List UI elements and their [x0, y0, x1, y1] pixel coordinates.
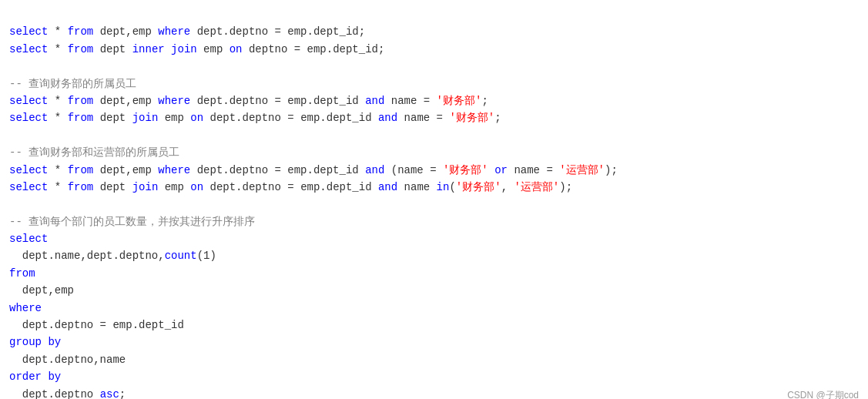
line-19: group by: [9, 336, 61, 348]
line-6: select * from dept join emp on dept.dept…: [9, 112, 501, 124]
line-14: dept.name,dept.deptno,count(1): [9, 250, 216, 262]
line-10: select * from dept join emp on dept.dept…: [9, 181, 572, 193]
line-16: dept,emp: [9, 284, 74, 297]
line-15: from: [9, 267, 35, 280]
line-12: -- 查询每个部门的员工数量，并按其进行升序排序: [9, 216, 255, 228]
line-4: -- 查询财务部的所属员工: [9, 78, 136, 90]
line-9: select * from dept,emp where dept.deptno…: [9, 164, 618, 176]
line-17: where: [9, 302, 42, 314]
line-8: -- 查询财务部和运营部的所属员工: [9, 146, 179, 159]
line-2: select * from dept inner join emp on dep…: [9, 43, 384, 55]
line-13: select: [9, 233, 48, 245]
line-5: select * from dept,emp where dept.deptno…: [9, 95, 488, 107]
line-18: dept.deptno = emp.dept_id: [9, 319, 184, 331]
line-22: dept.deptno asc;: [9, 388, 126, 399]
watermark: CSDN @子期cod: [787, 388, 859, 399]
line-21: order by: [9, 370, 61, 383]
line-1: select * from dept,emp where dept.deptno…: [9, 25, 365, 38]
code-display: select * from dept,emp where dept.deptno…: [9, 6, 859, 399]
line-20: dept.deptno,name: [9, 354, 126, 366]
